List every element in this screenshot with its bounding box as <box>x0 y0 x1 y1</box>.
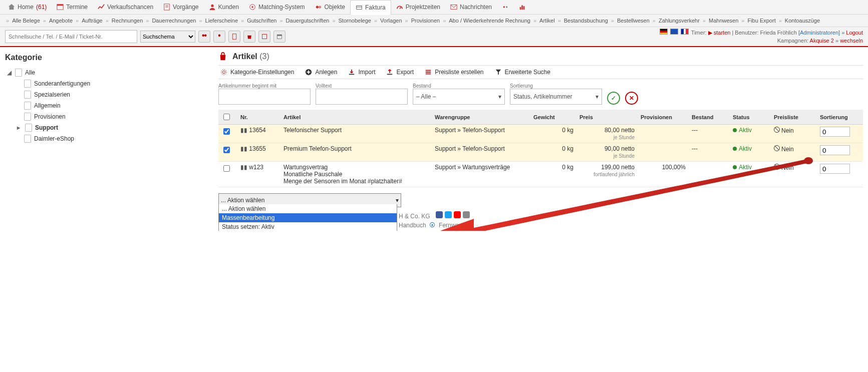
th-preis[interactable]: Preis <box>576 110 638 125</box>
th-status[interactable]: Status <box>730 110 771 125</box>
filter-apply-button[interactable]: ✓ <box>607 92 620 105</box>
th-artikel[interactable]: Artikel <box>280 110 432 125</box>
subnav-zahlungsverkehr[interactable]: Zahlungsverkehr <box>659 18 700 24</box>
sort-input[interactable] <box>820 145 850 155</box>
flag-de-icon[interactable] <box>660 29 668 35</box>
tree-item-sonderanfertigungen[interactable]: Sonderanfertigungen <box>22 78 218 89</box>
th-sortierung[interactable]: Sortierung <box>817 110 863 125</box>
tool-icon-3[interactable] <box>228 31 240 43</box>
youtube-icon[interactable] <box>454 211 461 218</box>
tb-kategorie-einstellungen[interactable]: Kategorie-Einstellungen <box>220 69 294 76</box>
tb-export[interactable]: Export <box>386 69 414 76</box>
nav-objekte[interactable]: Objekte <box>310 0 350 14</box>
subnav-kontoausz-ge[interactable]: Kontoauszüge <box>785 18 820 24</box>
table-row[interactable]: ▮▮ 13655Premium Telefon-SupportSupport »… <box>218 143 863 162</box>
subnav-alle-belege[interactable]: Alle Belege <box>12 18 40 24</box>
filter-volltext-input[interactable] <box>316 89 408 105</box>
tool-icon-2[interactable] <box>213 31 225 43</box>
tb-preisliste[interactable]: Preisliste erstellen <box>425 69 483 76</box>
nav-matching[interactable]: Matching-System <box>244 0 310 14</box>
table-row[interactable]: ▮▮ w123WartungsvertragMonatliche Pauscha… <box>218 162 863 187</box>
logout-link[interactable]: Logout <box>846 30 863 36</box>
th-preisliste[interactable]: Preisliste <box>771 110 817 125</box>
subnav-angebote[interactable]: Angebote <box>49 18 73 24</box>
suchschema-select[interactable]: Suchschema <box>140 31 195 43</box>
row-checkbox[interactable] <box>223 147 230 153</box>
page-icon <box>24 113 31 121</box>
filter-artnr-input[interactable] <box>218 89 311 105</box>
rss-icon[interactable] <box>463 211 470 218</box>
th-nr[interactable]: Nr. <box>237 110 280 125</box>
gauge-icon <box>396 4 403 11</box>
row-checkbox[interactable] <box>223 165 230 172</box>
subnav-fibu-export[interactable]: Fibu Export <box>747 18 775 24</box>
subnav-stornobelege[interactable]: Stornobelege <box>339 18 371 24</box>
action-option[interactable]: Status setzen: Aktiv <box>219 222 397 231</box>
nav-home[interactable]: Home (61) <box>3 0 52 14</box>
subnav-artikel[interactable]: Artikel <box>539 18 555 24</box>
action-option[interactable]: Massenbearbeitung <box>219 213 397 222</box>
barcode-icon: ▮▮ <box>240 164 247 171</box>
subnav-mahnwesen[interactable]: Mahnwesen <box>709 18 738 24</box>
kampagne-link[interactable]: Akquise 2 <box>810 38 834 44</box>
th-bestand[interactable]: Bestand <box>689 110 730 125</box>
th-warengruppe[interactable]: Warengruppe <box>432 110 530 125</box>
nav-dots[interactable] <box>497 0 514 14</box>
tree-item-daimler-eshop[interactable]: Daimler-eShop <box>22 133 218 144</box>
subnav-dauergutschriften[interactable]: Dauergutschriften <box>286 18 330 24</box>
subnav-provisionen[interactable]: Provisionen <box>411 18 440 24</box>
tb-import[interactable]: Import <box>348 69 375 76</box>
subnav-lieferscheine[interactable]: Lieferscheine <box>205 18 238 24</box>
tree-item-spezialserien[interactable]: Spezialserien <box>22 89 218 100</box>
nav-nachrichten[interactable]: Nachrichten <box>445 0 497 14</box>
tree-root[interactable]: ◢ Alle <box>5 67 218 78</box>
nav-termine[interactable]: Termine <box>52 0 93 14</box>
facebook-icon[interactable] <box>436 211 443 218</box>
tool-icon-4[interactable] <box>243 31 255 43</box>
subnav-auftr-ge[interactable]: Aufträge <box>82 18 103 24</box>
tool-icon-5[interactable] <box>258 31 270 43</box>
kampagne-wechseln[interactable]: wechseln <box>840 38 863 44</box>
tool-icon-1[interactable] <box>198 31 210 43</box>
nav-stats[interactable] <box>514 0 531 14</box>
table-row[interactable]: ▮▮ 13654Telefonischer SupportSupport » T… <box>218 125 863 143</box>
flag-fr-icon[interactable] <box>681 29 689 35</box>
th-provisionen[interactable]: Provisionen <box>638 110 689 125</box>
tree-item-allgemein[interactable]: Allgemein <box>22 100 218 111</box>
twitter-icon[interactable] <box>445 211 452 218</box>
nav-verkaufschancen[interactable]: Verkaufschancen <box>93 0 158 14</box>
filter-bestand-select[interactable]: – Alle –▾ <box>413 89 505 105</box>
select-all-checkbox[interactable] <box>223 114 230 120</box>
filter-reset-button[interactable]: ✕ <box>625 92 638 105</box>
nav-faktura[interactable]: Faktura <box>350 0 391 15</box>
subnav-abo-wiederkehrende-rechnung[interactable]: Abo / Wiederkehrende Rechnung <box>449 18 530 24</box>
row-checkbox[interactable] <box>223 128 230 135</box>
list-icon <box>425 69 432 76</box>
nav-vorgaenge[interactable]: Vorgänge <box>158 0 203 14</box>
import-icon <box>348 69 355 76</box>
subnav-gutschriften[interactable]: Gutschriften <box>247 18 276 24</box>
fernwartung-link[interactable]: Fernwartung <box>439 222 472 229</box>
flag-uk-icon[interactable] <box>670 29 678 35</box>
subnav-dauerrechnungen[interactable]: Dauerrechnungen <box>152 18 196 24</box>
tree-item-support[interactable]: ▸Support <box>15 122 218 133</box>
page-icon <box>25 124 32 132</box>
quicksearch-input[interactable] <box>5 30 137 43</box>
subnav-bestandsbuchung[interactable]: Bestandsbuchung <box>564 18 608 24</box>
action-option[interactable]: ... Aktion wählen <box>219 204 397 213</box>
sort-input[interactable] <box>820 164 850 174</box>
timer-start[interactable]: ▶ starten <box>708 30 731 36</box>
nav-kunden[interactable]: Kunden <box>204 0 244 14</box>
sort-input[interactable] <box>820 127 850 137</box>
tool-icon-6[interactable] <box>273 31 285 43</box>
filter-sort-select[interactable]: Status, Artikelnummer▾ <box>510 89 602 105</box>
tb-erweiterte-suche[interactable]: Erweiterte Suche <box>495 69 550 76</box>
th-gewicht[interactable]: Gewicht <box>530 110 576 125</box>
tree-item-provisionen[interactable]: Provisionen <box>22 111 218 122</box>
tb-anlegen[interactable]: Anlegen <box>305 69 337 76</box>
handbuch-link[interactable]: Handbuch <box>399 222 426 229</box>
subnav-bestellwesen[interactable]: Bestellwesen <box>617 18 650 24</box>
nav-projektzeiten[interactable]: Projektzeiten <box>391 0 445 14</box>
subnav-vorlagen[interactable]: Vorlagen <box>380 18 402 24</box>
subnav-rechnungen[interactable]: Rechnungen <box>112 18 143 24</box>
